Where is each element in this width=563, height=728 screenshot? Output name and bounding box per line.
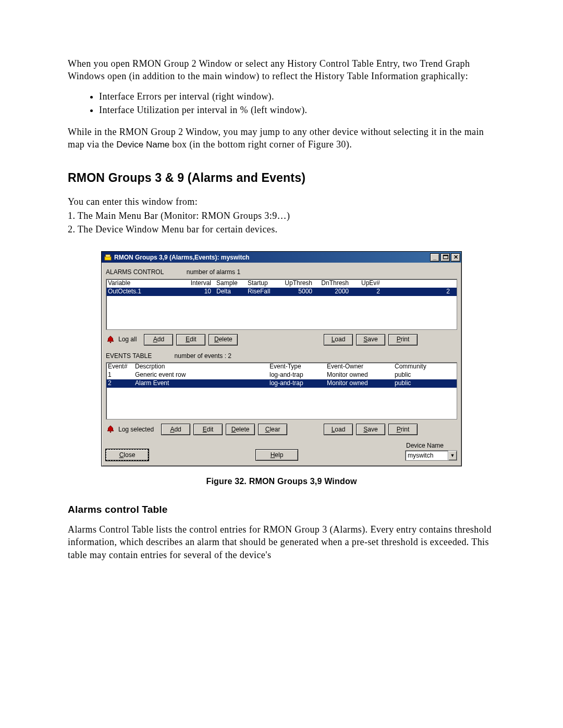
events-section-label: EVENTS TABLE number of events : 2 xyxy=(106,352,457,360)
events-listbox[interactable]: Event# Descrption Event-Type Event-Owner… xyxy=(106,362,457,419)
cell-variable: OutOctets.1 xyxy=(108,288,188,295)
cell-description: Generic event row xyxy=(135,371,270,379)
figure-caption: Figure 32. RMON Groups 3,9 Window xyxy=(68,476,495,487)
app-icon xyxy=(104,253,112,262)
bullet-item: Interface Errors per interval (right win… xyxy=(99,90,495,103)
print-button[interactable]: Print xyxy=(388,424,418,435)
after-heading-line: You can enter this window from: xyxy=(68,195,495,208)
cell-last: 2 xyxy=(385,288,455,295)
add-button[interactable]: Add xyxy=(144,334,173,346)
load-button[interactable]: Load xyxy=(324,334,353,346)
cell-event-owner: Monitor owned xyxy=(327,379,395,387)
device-name-inline: Device Name xyxy=(116,140,169,150)
alarms-header-row: Variable Interval Sample Startup UpThres… xyxy=(106,279,457,288)
chevron-down-icon[interactable]: ▼ xyxy=(448,451,457,460)
clear-button[interactable]: Clear xyxy=(258,424,287,435)
col-upev: UpEv# xyxy=(354,279,385,287)
help-button[interactable]: Help xyxy=(255,449,298,461)
subsection-heading: Alarms control Table xyxy=(68,503,495,516)
cell-dnthresh: 2000 xyxy=(317,288,354,295)
events-button-row: Log selected Add Edit Delete Clear Load … xyxy=(106,424,457,435)
alarms-listbox[interactable]: Variable Interval Sample Startup UpThres… xyxy=(106,279,457,330)
print-button[interactable]: Print xyxy=(388,334,418,346)
alarms-section-label: ALARMS CONTROL number of alarms 1 xyxy=(106,268,457,276)
text-span: box (in the bottom right corner of Figur… xyxy=(169,139,352,150)
alarms-label-text: ALARMS CONTROL xyxy=(106,268,164,276)
close-button[interactable]: ✕ xyxy=(451,253,460,262)
save-button[interactable]: Save xyxy=(356,424,385,435)
col-community: Community xyxy=(395,363,455,371)
col-startup: Startup xyxy=(248,279,281,287)
figure-container: RMON Groups 3,9 (Alarms,Events): myswitc… xyxy=(68,251,495,487)
col-dnthresh: DnThresh xyxy=(317,279,354,287)
intro-paragraph: When you open RMON Group 2 Window or sel… xyxy=(68,57,495,83)
alarms-count: number of alarms 1 xyxy=(187,268,240,276)
save-button[interactable]: Save xyxy=(356,334,385,346)
col-description: Descrption xyxy=(135,363,270,371)
client-area: ALARMS CONTROL number of alarms 1 Variab… xyxy=(102,263,461,466)
cell-sample: Delta xyxy=(216,288,248,295)
col-sample: Sample xyxy=(216,279,248,287)
events-label-text: EVENTS TABLE xyxy=(106,352,152,360)
window-title: RMON Groups 3,9 (Alarms,Events): myswitc… xyxy=(114,253,429,262)
bullet-list: Interface Errors per interval (right win… xyxy=(68,90,495,117)
delete-button[interactable]: Delete xyxy=(226,424,255,435)
listbox-empty-space xyxy=(106,296,457,329)
cell-upev: 2 xyxy=(354,288,385,295)
paragraph-2: While in the RMON Group 2 Window, you ma… xyxy=(68,126,495,151)
bottom-row: Close Help Device Name myswitch ▼ xyxy=(106,441,457,461)
cell-event-type: log-and-trap xyxy=(270,379,327,387)
load-button[interactable]: Load xyxy=(324,424,353,435)
add-button[interactable]: Add xyxy=(161,424,190,435)
events-row-selected[interactable]: 2 Alarm Event log-and-trap Monitor owned… xyxy=(106,379,457,388)
delete-button[interactable]: Delete xyxy=(209,334,238,346)
subsection-paragraph: Alarms Control Table lists the control e… xyxy=(68,523,495,561)
col-variable: Variable xyxy=(108,279,188,287)
alarms-button-row: Log all Add Edit Delete Load Save Print xyxy=(106,334,457,346)
listbox-empty-space xyxy=(106,388,457,419)
col-event-type: Event-Type xyxy=(270,363,327,371)
cell-community: public xyxy=(395,371,455,379)
col-upthresh: UpThresh xyxy=(281,279,317,287)
cell-interval: 10 xyxy=(188,288,216,295)
events-header-row: Event# Descrption Event-Type Event-Owner… xyxy=(106,363,457,371)
document-page: When you open RMON Group 2 Window or sel… xyxy=(0,0,563,647)
titlebar[interactable]: RMON Groups 3,9 (Alarms,Events): myswitc… xyxy=(102,252,461,263)
cell-upthresh: 5000 xyxy=(281,288,317,295)
cell-eventnum: 1 xyxy=(108,371,135,379)
cell-description: Alarm Event xyxy=(135,379,270,387)
minimize-button[interactable]: _ xyxy=(430,253,439,262)
edit-button[interactable]: Edit xyxy=(193,424,223,435)
svg-point-2 xyxy=(110,341,112,343)
events-count: number of events : 2 xyxy=(175,352,231,360)
rmon-window: RMON Groups 3,9 (Alarms,Events): myswitc… xyxy=(101,251,462,466)
close-dialog-button[interactable]: Close xyxy=(106,449,149,461)
col-interval: Interval xyxy=(188,279,216,287)
cell-community: public xyxy=(395,379,455,387)
events-row[interactable]: 1 Generic event row log-and-trap Monitor… xyxy=(106,371,457,379)
log-selected-label: Log selected xyxy=(118,425,154,434)
edit-button[interactable]: Edit xyxy=(176,334,205,346)
after-heading-line: 1. The Main Menu Bar (Monitor: RMON Grou… xyxy=(68,209,495,222)
cell-eventnum: 2 xyxy=(108,379,135,387)
device-name-combo[interactable]: myswitch ▼ xyxy=(405,450,457,461)
cell-startup: RiseFall xyxy=(248,288,281,295)
bell-icon xyxy=(106,336,115,344)
bell-icon xyxy=(106,425,115,434)
bullet-item: Interface Utilization per interval in % … xyxy=(99,104,495,116)
log-all-label: Log all xyxy=(118,335,137,343)
col-eventnum: Event# xyxy=(108,363,135,371)
svg-point-3 xyxy=(110,431,112,433)
alarms-row-selected[interactable]: OutOctets.1 10 Delta RiseFall 5000 2000 … xyxy=(106,288,457,296)
svg-rect-1 xyxy=(106,255,111,257)
device-name-label: Device Name xyxy=(406,441,444,450)
cell-event-owner: Monitor owned xyxy=(327,371,395,379)
col-event-owner: Event-Owner xyxy=(327,363,395,371)
cell-event-type: log-and-trap xyxy=(270,371,327,379)
after-heading-line: 2. The Device Window Menu bar for certai… xyxy=(68,223,495,236)
device-name-value: myswitch xyxy=(408,451,448,460)
maximize-button[interactable]: 🗖 xyxy=(440,253,450,262)
section-heading: RMON Groups 3 & 9 (Alarms and Events) xyxy=(68,170,495,186)
